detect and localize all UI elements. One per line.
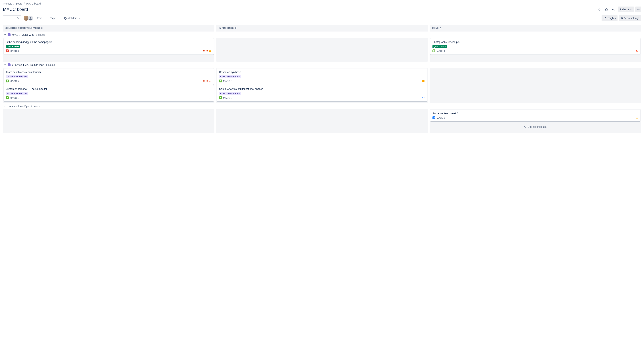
insights-icon — [603, 17, 606, 19]
swimlane-issue-count: 2 issues — [36, 33, 45, 36]
collapse-toggle[interactable] — [4, 105, 6, 107]
swimlane-column[interactable] — [216, 38, 428, 62]
header-actions: Release — [596, 6, 641, 12]
swimlane-body: Is the padding dodgy on the homepage?! Q… — [3, 38, 641, 62]
svg-marker-17 — [8, 34, 10, 36]
type-filter[interactable]: Type — [49, 15, 60, 21]
column-header-inprogress[interactable]: In Progress 3 — [216, 25, 428, 31]
star-icon[interactable] — [604, 6, 609, 12]
epic-icon — [8, 33, 10, 36]
card-title: Is the padding dodgy on the homepage?! — [6, 41, 212, 43]
card-title: Social content: Week 2 — [432, 112, 638, 115]
share-icon[interactable] — [611, 6, 616, 12]
priority-medium-icon — [635, 116, 638, 119]
svg-point-2 — [614, 8, 615, 9]
issue-card[interactable]: Customer persona 1: The Commuter FY23 LA… — [4, 85, 214, 101]
svg-line-6 — [613, 9, 614, 9]
svg-marker-0 — [598, 8, 600, 11]
priority-highest-icon — [635, 49, 638, 52]
svg-line-11 — [19, 18, 20, 19]
avatar-unassigned[interactable] — [28, 15, 34, 21]
svg-marker-19 — [8, 64, 10, 66]
issue-card[interactable]: Research synthesis FY23 LAUNCH PLAN MACC… — [217, 68, 427, 85]
epic-filter[interactable]: Epic — [36, 15, 46, 21]
svg-line-21 — [526, 127, 526, 128]
issue-card[interactable]: Photography refresh pls QUICK WINS MACC-… — [430, 38, 640, 54]
epic-tag[interactable]: FY23 LAUNCH PLAN — [6, 92, 28, 95]
swimlane-issue-count: 4 issues — [46, 63, 55, 66]
swimlane-column[interactable] — [3, 109, 214, 133]
swimlane-header[interactable]: Issues without Epic 2 issues — [3, 103, 641, 109]
column-header-selected[interactable]: Selected for Development 3 — [3, 25, 214, 31]
swimlane-epic-key[interactable]: BREW-13 — [12, 64, 22, 66]
collapse-toggle[interactable] — [4, 64, 6, 66]
more-icon[interactable] — [635, 6, 641, 12]
assignee-avatars — [23, 15, 34, 21]
issue-key[interactable]: MACC-2 — [223, 97, 232, 99]
swimlane-column[interactable]: Is the padding dodgy on the homepage?! Q… — [3, 38, 214, 62]
priority-medium-icon — [208, 49, 212, 52]
quick-filters[interactable]: Quick filters — [63, 15, 82, 21]
chevron-down-icon — [57, 17, 59, 19]
automation-icon[interactable] — [596, 6, 602, 12]
svg-point-7 — [637, 9, 638, 10]
swimlane-column[interactable]: Photography refresh pls QUICK WINS MACC-… — [430, 38, 641, 62]
search-container — [3, 15, 21, 21]
release-button[interactable]: Release — [618, 6, 634, 12]
swimlane-epic-key[interactable]: MACC-7 — [12, 33, 20, 36]
priority-high-icon — [208, 96, 212, 99]
breadcrumb-projects[interactable]: Projects — [3, 2, 12, 5]
card-title: Customer persona 1: The Commuter — [6, 88, 212, 90]
epic-tag[interactable]: FY23 LAUNCH PLAN — [219, 92, 241, 95]
chevron-down-icon — [43, 17, 45, 19]
swimlane-column[interactable]: Research synthesis FY23 LAUNCH PLAN MACC… — [216, 68, 428, 103]
issue-key[interactable]: MACC-1 — [10, 97, 19, 99]
epic-tag[interactable]: QUICK WINS — [432, 45, 447, 48]
svg-point-4 — [614, 10, 615, 11]
breadcrumb-macc-board[interactable]: MACC board — [26, 2, 41, 5]
swimlane-body: Team health check post-launch FY23 LAUNC… — [3, 68, 641, 103]
svg-point-18 — [7, 50, 8, 51]
breadcrumb-board[interactable]: Board — [16, 2, 22, 5]
days-in-column-dots — [203, 50, 208, 51]
svg-point-15 — [622, 17, 622, 18]
issue-key[interactable]: MACC-3 — [436, 117, 446, 119]
task-icon — [432, 116, 436, 119]
story-icon — [432, 49, 436, 52]
issue-key[interactable]: MACC-4 — [10, 50, 19, 52]
card-title: Photography refresh pls — [432, 41, 638, 43]
epic-tag[interactable]: QUICK WINS — [6, 45, 20, 48]
issue-card[interactable]: Comp. Analysis: Multifunctional spaces F… — [217, 85, 427, 101]
view-settings-button[interactable]: View settings — [619, 15, 641, 21]
bug-icon — [6, 49, 9, 52]
epic-tag[interactable]: FY23 LAUNCH PLAN — [219, 75, 241, 78]
issue-card[interactable]: Social content: Week 2 MACC-3 — [430, 110, 640, 121]
swimlane-header[interactable]: BREW-13 FY23 Launch Plan 4 issues — [3, 62, 641, 68]
epic-icon — [8, 63, 10, 66]
epic-tag[interactable]: FY23 LAUNCH PLAN — [6, 75, 28, 78]
svg-point-10 — [18, 17, 19, 19]
see-older-issues[interactable]: See older issues — [430, 122, 640, 132]
swimlane-column[interactable] — [430, 68, 641, 103]
issue-card[interactable]: Is the padding dodgy on the homepage?! Q… — [4, 38, 214, 54]
column-header-done[interactable]: Done 2 — [430, 25, 641, 31]
card-title: Comp. Analysis: Multifunctional spaces — [219, 88, 425, 90]
swimlane-column[interactable] — [216, 109, 428, 133]
insights-button[interactable]: Insights — [602, 15, 618, 21]
swimlane-column[interactable]: Team health check post-launch FY23 LAUNC… — [3, 68, 214, 103]
story-icon — [219, 96, 222, 99]
svg-point-8 — [638, 9, 638, 10]
swimlane-column[interactable]: Social content: Week 2 MACC-3 See older … — [430, 109, 641, 133]
swimlane-header[interactable]: MACC-7 Quick wins 2 issues — [3, 31, 641, 38]
swimlane-issue-count: 2 issues — [31, 105, 40, 108]
board-columns-header-row: Selected for Development 3 In Progress 3… — [3, 25, 641, 31]
collapse-toggle[interactable] — [4, 33, 6, 36]
swimlane-title: FY23 Launch Plan — [23, 63, 44, 66]
issue-key[interactable]: MACC-8 — [223, 80, 232, 82]
issue-key[interactable]: MACC-6 — [436, 50, 446, 52]
issue-key[interactable]: MACC-5 — [10, 80, 19, 82]
svg-point-12 — [30, 17, 31, 18]
issue-card[interactable]: Team health check post-launch FY23 LAUNC… — [4, 68, 214, 85]
story-icon — [6, 96, 9, 99]
swimlane-title: Issues without Epic — [8, 105, 30, 108]
